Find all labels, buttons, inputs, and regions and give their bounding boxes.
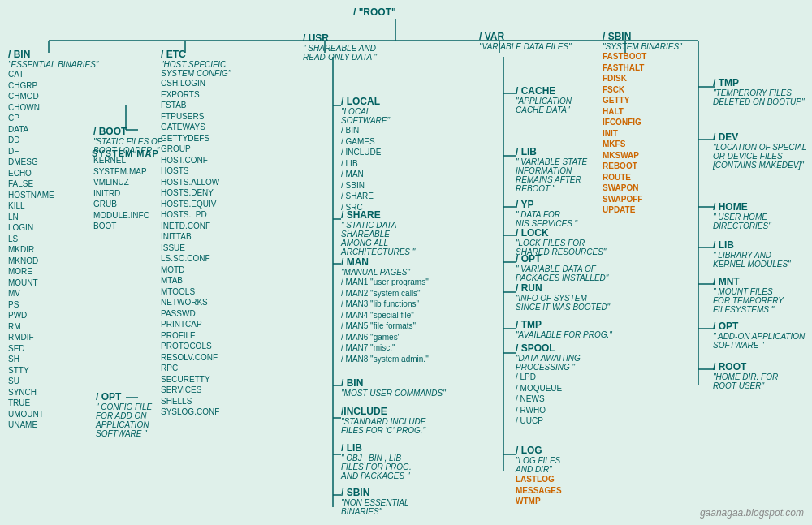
etc-opt-node: / OPT " CONFIG FILEFOR ADD ONAPPLICATION… (96, 391, 152, 438)
mkswap-item: MKSWAP (603, 151, 639, 160)
sbin-title: / SBIN (603, 31, 682, 42)
fsck-item: FSCK (603, 85, 624, 94)
var-log-node: / LOG "LOG FILESAND DIR" LASTLOG MESSAGE… (516, 445, 562, 507)
system-map-label: SYSTEM MAP (92, 148, 159, 158)
update-item: UPDATE (603, 205, 635, 214)
usr-include-node: /INCLUDE "STANDARD INCLUDEFILES FOR 'C' … (341, 406, 426, 435)
var-node: / VAR "VARIABLE DATA FILES" (479, 31, 572, 51)
opt-desc: " ADD-ON APPLICATIONSOFTWARE " (713, 332, 805, 350)
lib-desc: " LIBRARY ANDKERNEL MODULES" (713, 251, 791, 269)
bin-items: CATCHGRPCHMODCHOWNCPDATADDDFDMESGECHOFAL… (8, 69, 98, 431)
usr-lib-title: / LIB (341, 442, 412, 454)
mnt-title: / MNT (713, 276, 784, 287)
usr-title: / USR (303, 32, 377, 44)
var-desc: "VARIABLE DATA FILES" (479, 42, 572, 51)
var-spool-title: / SPOOL (516, 342, 581, 354)
root-title: / "ROOT" (353, 6, 396, 18)
var-spool-node: / SPOOL "DATA AWAITINGPROCESSING " / LPD… (516, 342, 581, 427)
var-log-items: LASTLOG MESSAGES WTMP (516, 474, 562, 507)
opt-title: / OPT (713, 321, 805, 332)
etc-title: / ETC (161, 49, 231, 60)
var-opt-title: / OPT (516, 253, 608, 265)
var-log-title: / LOG (516, 445, 562, 456)
lib-title: / LIB (713, 239, 791, 251)
halt-item: HALT (603, 107, 624, 116)
boot-items: KERNELSYSTEM.MAPVMLINUZINITRDGRUBMODULE.… (93, 155, 162, 232)
var-log-desc: "LOG FILESAND DIR" (516, 456, 562, 474)
usr-local-title: / LOCAL (341, 96, 390, 107)
root-home-title: / ROOT (713, 361, 778, 372)
route-item: ROUTE (603, 173, 631, 182)
bin-title: / BIN (8, 49, 98, 60)
var-spool-desc: "DATA AWAITINGPROCESSING " (516, 354, 581, 372)
usr-desc: " SHAREABLE ANDREAD-ONLY DATA " (303, 44, 377, 62)
mnt-node: / MNT " MOUNT FILESFOR TEMPORERYFILESYST… (713, 276, 784, 314)
bin-desc: "ESSENTIAL BINARIES" (8, 60, 98, 69)
usr-share-title: / SHARE (341, 209, 415, 221)
var-tmp-title: / TMP (516, 319, 612, 330)
getty-item: GETTY (603, 96, 629, 105)
var-tmp-desc: "AVAILABLE FOR PROG." (516, 330, 612, 339)
usr-sbin-title: / SBIN (341, 487, 409, 498)
sbin-items: FASTBOOT FASTHALT FDISK FSCK GETTY HALT … (603, 51, 682, 216)
home-node: / HOME " USER HOMEDIRECTORIES" (713, 201, 771, 230)
usr-man-items: / MAN1 "user programs"/ MAN2 "system cal… (341, 277, 429, 364)
lib-node: / LIB " LIBRARY ANDKERNEL MODULES" (713, 239, 791, 269)
dev-desc: "LOCATION OF SPECIALOR DEVICE FILES[CONT… (713, 143, 806, 170)
reboot-item: REBOOT (603, 161, 637, 170)
sbin-node: / SBIN "SYSTEM BINARIES" FASTBOOT FASTHA… (603, 31, 682, 216)
init-item: INIT (603, 129, 618, 138)
var-spool-items: / LPD/ MOQUEUE/ NEWS/ RWHO/ UUCP (516, 372, 581, 427)
usr-sbin-desc: "NON ESSENTIALBINARIES" (341, 498, 409, 516)
var-cache-node: / CACHE "APPLICATIONCACHE DATA" (516, 85, 572, 114)
var-opt-desc: " VARIABLE DATA OFPACKAGES INSTALLED" (516, 265, 608, 282)
fastboot-item: FASTBOOT (603, 52, 646, 61)
var-tmp-node: / TMP "AVAILABLE FOR PROG." (516, 319, 612, 339)
usr-bin-desc: "MOST USER COMMANDS" (341, 389, 446, 398)
boot-title: / BOOT (93, 126, 162, 137)
ifconfig-item: IFCONFIG (603, 118, 641, 127)
swapoff-item: SWAPOFF (603, 195, 642, 204)
tmp-node: / TMP "TEMPERORY FILESDELETED ON BOOTUP" (713, 77, 804, 106)
tmp-desc: "TEMPERORY FILESDELETED ON BOOTUP" (713, 88, 804, 106)
mnt-desc: " MOUNT FILESFOR TEMPORERYFILESYSTEMS " (713, 287, 784, 314)
var-run-desc: "INFO OF SYSTEMSINCE IT WAS BOOTED" (516, 294, 610, 312)
usr-man-title: / MAN (341, 256, 429, 268)
usr-man-node: / MAN "MANUAL PAGES" / MAN1 "user progra… (341, 256, 429, 364)
swapon-item: SWAPON (603, 183, 638, 192)
usr-bin-node: / BIN "MOST USER COMMANDS" (341, 377, 446, 398)
var-yp-title: / YP (516, 199, 577, 210)
etc-node: / ETC "HOST SPECIFICSYSTEM CONFIG" CSH.L… (161, 49, 231, 418)
boot-node: / BOOT "STATIC FILES OFBOOT LOADER ." KE… (93, 126, 162, 232)
root-node: / "ROOT" (353, 6, 396, 18)
usr-sbin-node: / SBIN "NON ESSENTIALBINARIES" (341, 487, 409, 516)
home-title: / HOME (713, 201, 771, 213)
var-lock-node: / LOCK "LOCK FILES FORSHARED RESOURCES" (516, 227, 606, 256)
var-lock-title: / LOCK (516, 227, 606, 239)
var-yp-desc: " DATA FORNIS SERVICES " (516, 210, 577, 228)
dev-title: / DEV (713, 131, 806, 143)
var-title: / VAR (479, 31, 572, 42)
usr-share-node: / SHARE " STATIC DATASHAREABLEAMONG ALLA… (341, 209, 415, 256)
var-run-title: / RUN (516, 282, 610, 294)
page: / "ROOT" / BIN "ESSENTIAL BINARIES" CATC… (0, 0, 812, 525)
watermark: gaanagaa.blogspot.com (700, 507, 804, 519)
usr-lib-desc: " OBJ , BIN , LIBFILES FOR PROG.AND PACK… (341, 454, 412, 480)
bin-node: / BIN "ESSENTIAL BINARIES" CATCHGRPCHMOD… (8, 49, 98, 431)
var-yp-node: / YP " DATA FORNIS SERVICES " (516, 199, 577, 228)
usr-local-items: / BIN/ GAMES/ INCLUDE/ LIB/ MAN/ SBIN/ S… (341, 125, 390, 213)
usr-local-desc: "LOCALSOFTWARE" (341, 107, 390, 125)
usr-bin-title: / BIN (341, 377, 446, 389)
usr-share-desc: " STATIC DATASHAREABLEAMONG ALLARCHITECT… (341, 221, 415, 256)
tmp-title: / TMP (713, 77, 804, 88)
var-cache-desc: "APPLICATIONCACHE DATA" (516, 97, 572, 114)
fdisk-item: FDISK (603, 74, 627, 83)
messages-item: MESSAGES (516, 486, 562, 495)
var-cache-title: / CACHE (516, 85, 572, 97)
usr-local-node: / LOCAL "LOCALSOFTWARE" / BIN/ GAMES/ IN… (341, 96, 390, 213)
root-home-desc: "HOME DIR. FORROOT USER" (713, 372, 778, 390)
var-opt-node: / OPT " VARIABLE DATA OFPACKAGES INSTALL… (516, 253, 608, 282)
dev-node: / DEV "LOCATION OF SPECIALOR DEVICE FILE… (713, 131, 806, 170)
usr-include-title: /INCLUDE (341, 406, 426, 417)
usr-node: / USR " SHAREABLE ANDREAD-ONLY DATA " (303, 32, 377, 62)
